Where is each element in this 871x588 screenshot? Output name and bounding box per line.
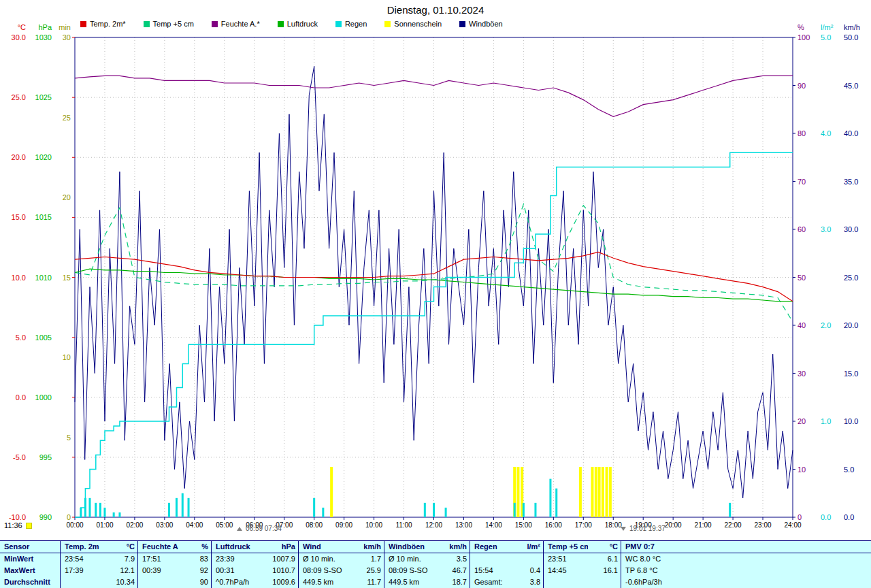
axis-tick-label: 30 [63,33,71,42]
sunshine-bar [330,467,333,517]
table-cell-value: 92 [178,565,211,576]
axis-tick-label: 5 [67,434,71,442]
rain-bar [445,508,447,517]
table-header-name: Wind [298,541,350,553]
table-cell-value: 83 [178,553,211,565]
table-header-pmv: PMV 0:7 [621,541,871,553]
table-cell-time: 14:45 [543,565,588,576]
table-cell-value: 6.1 [588,553,621,565]
axis-tick-label: 5.0 [16,333,26,342]
table-cell-time [470,553,510,565]
sunshine-bar [595,467,597,517]
table-cell-time: Gesamt: [470,576,510,588]
x-tick-label: 03:00 [156,521,173,529]
table-header-name: Temp. 2m [60,541,101,553]
table-header-unit: km/h [436,541,470,553]
sunset-marker: 19:01 19:37 [621,525,665,532]
x-tick-label: 20:00 [665,521,682,529]
rain-bar [322,508,324,517]
table-cell-time: Ø 10 min. [298,553,350,565]
axis-tick-label: 90 [798,82,806,90]
rain-bar [424,503,426,517]
axis-unit-label: km/h [844,23,860,31]
axis-tick-label: 5.0 [844,466,854,474]
table-header-name: Luftdruck [211,541,259,553]
table-cell-value [588,576,621,588]
axis-tick-label: 1010 [35,274,52,282]
sunshine-bar [606,467,608,517]
table-cell-value: 11.7 [350,576,384,588]
axis-tick-label: 990 [39,513,52,521]
axis-tick-label: 5.0 [821,33,831,42]
axis-tick-label: 1005 [35,333,52,342]
rain-bar [523,503,525,517]
table-cell-time: Ø 10 min. [384,553,436,565]
axis-tick-label: 20 [798,417,806,425]
table-cell-time: 08:09 S-SO [298,565,350,576]
x-tick-label: 05:00 [216,521,233,529]
table-row-label: MaxWert [0,565,60,576]
table-header-unit: % [178,541,211,553]
axis-tick-label: 45.0 [844,82,858,90]
x-tick-label: 04:00 [186,521,203,529]
axis-tick-label: 10 [63,353,71,361]
rain-bar [729,503,731,517]
table-row-label: MinWert [0,553,60,565]
axis-tick-label: 1015 [35,213,52,221]
table-header-unit: l/m² [510,541,543,553]
x-tick-label: 17:00 [575,521,592,529]
table-cell-time [137,576,178,588]
x-tick-label: 12:00 [425,521,442,529]
rain-bar [433,503,435,517]
rain-bar [176,498,178,517]
axis-tick-label: 1030 [35,33,52,42]
sunshine-bar [516,467,519,517]
rain-bar [549,479,551,517]
axis-tick-label: 0.0 [16,393,26,402]
axis-tick-label: 80 [798,129,806,137]
axis-tick-label: 100 [798,33,810,42]
axis-tick-label: 15 [63,274,71,282]
series-line [75,66,793,498]
axis-unit-label: % [798,23,804,31]
axis-tick-label: 0 [798,513,802,521]
axis-tick-label: 15.0 [12,213,26,221]
rain-bar [88,498,91,517]
table-cell-time: 15:54 [470,565,510,576]
axis-tick-label: 1020 [35,153,52,161]
sunshine-bar [591,467,593,517]
axis-tick-label: 15.0 [844,370,858,378]
sensor-summary-table: SensorTemp. 2m°CFeuchte A.%LuftdruckhPaW… [0,540,871,588]
sunrise-marker: 06:59 07:34 [237,525,282,532]
axis-tick-label: 20.0 [12,153,26,161]
table-row-label: Durchschnitt [0,576,60,588]
table-cell-value [510,553,543,565]
x-tick-label: 24:00 [784,521,801,529]
axis-tick-label: 60 [798,225,806,233]
axis-tick-label: 30.0 [12,33,26,42]
axis-tick-label: 0.0 [844,513,854,521]
table-cell-pmv: WC 8.0 °C [621,553,871,565]
axis-tick-label: 25.0 [844,274,858,282]
table-cell-time: 23:54 [60,553,101,565]
axis-tick-label: 1025 [35,93,52,101]
x-tick-label: 22:00 [725,521,742,529]
axis-tick-label: 2.0 [821,321,831,329]
table-cell-value: 3.8 [510,576,543,588]
table-cell-value: 46.7 [436,565,470,576]
axis-tick-label: 25 [63,114,71,122]
axis-tick-label: 40.0 [844,129,858,137]
table-cell-time: 17:51 [137,553,178,565]
table-cell-time: 00:31 [211,565,259,576]
sunshine-bar [598,467,601,517]
axis-tick-label: 4.0 [821,129,831,137]
table-cell-time [543,576,588,588]
axis-tick-label: 50.0 [844,33,858,42]
x-tick-label: 16:00 [545,521,562,529]
x-tick-label: 14:00 [485,521,502,529]
rain-bar [555,489,557,517]
table-header-sensor: Sensor [0,541,60,553]
table-cell-time: 23:39 [211,553,259,565]
table-cell-value: 90 [178,576,211,588]
table-header-name: Windböen [384,541,436,553]
